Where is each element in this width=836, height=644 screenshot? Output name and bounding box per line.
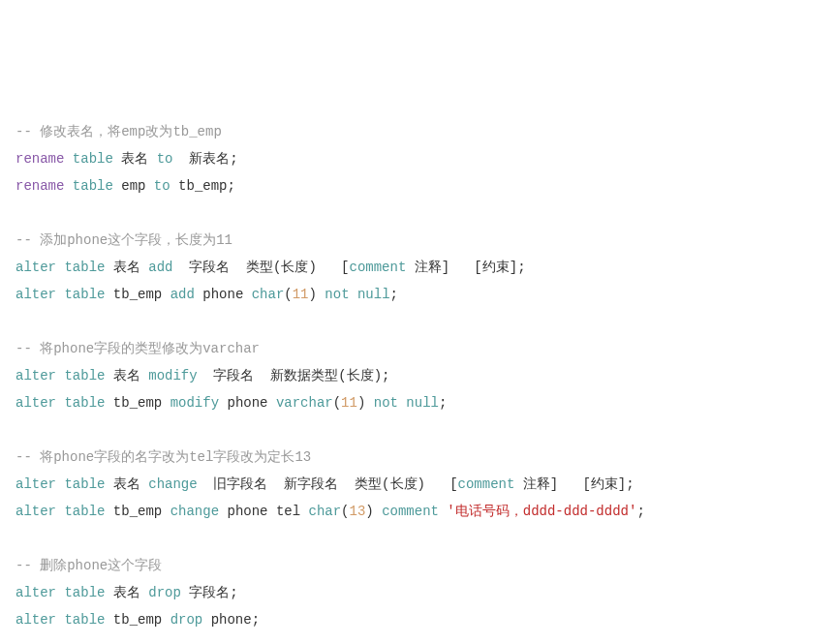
token-identifier: phone: [219, 395, 276, 411]
token-punct: [64, 151, 72, 167]
comment-text: -- 修改表名，将emp改为tb_emp: [15, 124, 222, 139]
token-keyword: null: [357, 287, 390, 302]
code-line: alter table tb_emp add phone char(11) no…: [15, 281, 821, 308]
token-identifier: 字段名 类型: [172, 260, 273, 275]
token-identifier: 注释: [406, 260, 441, 275]
token-number: 13: [350, 504, 366, 519]
token-identifier: emp: [113, 178, 154, 194]
token-identifier: 表名: [105, 585, 148, 600]
token-keyword: table: [64, 476, 105, 492]
token-bracket: [: [449, 476, 457, 492]
token-keyword: table: [73, 178, 113, 194]
token-identifier: tb_emp: [105, 612, 170, 628]
token-identifier: phone tel: [219, 504, 308, 519]
token-punct: [425, 476, 449, 492]
token-paren: (: [382, 476, 389, 492]
token-punct: ;: [439, 395, 447, 411]
token-keyword: table: [64, 260, 105, 275]
token-punct: [449, 260, 474, 275]
token-keyword: drop: [170, 612, 203, 628]
comment-text: -- 将phone字段的名字改为tel字段改为定长13: [15, 449, 311, 465]
token-identifier: 注释: [514, 476, 549, 492]
token-punct: ;: [517, 260, 525, 275]
code-line: alter table 表名 modify 字段名 新数据类型(长度);: [15, 362, 821, 389]
code-line: [15, 199, 821, 227]
token-punct: [64, 178, 72, 194]
code-line: alter table tb_emp modify phone varchar(…: [15, 389, 821, 416]
token-bracket: [: [474, 260, 481, 275]
token-keyword: comment: [350, 260, 407, 275]
token-identifier: 字段名: [181, 585, 230, 600]
token-keyword: not: [325, 287, 349, 302]
token-keyword-purple: rename: [15, 178, 64, 194]
comment-text: -- 删除phone这个字段: [15, 558, 162, 573]
code-line: alter table 表名 change 旧字段名 新字段名 类型(长度) […: [15, 471, 821, 498]
token-keyword: char: [252, 287, 285, 302]
token-keyword: comment: [458, 476, 515, 492]
token-keyword: table: [64, 287, 105, 302]
token-paren: ): [418, 476, 425, 492]
code-line: -- 将phone字段的名字改为tel字段改为定长13: [15, 444, 821, 471]
token-paren: (: [333, 395, 341, 411]
token-identifier: 表名: [113, 151, 157, 167]
token-punct: [558, 476, 582, 492]
token-punct: [317, 260, 341, 275]
token-keyword: varchar: [276, 395, 333, 411]
code-line: [15, 416, 821, 444]
token-keyword: table: [64, 395, 105, 411]
token-punct: ;: [636, 504, 644, 519]
token-identifier: 新表名: [172, 151, 230, 167]
token-identifier: phone: [202, 612, 251, 628]
token-identifier: 表名: [105, 476, 148, 492]
code-line: rename table 表名 to 新表名;: [15, 145, 821, 172]
token-bracket: [: [341, 260, 349, 275]
token-paren: (: [284, 287, 292, 302]
token-keyword: alter: [15, 287, 56, 302]
token-identifier: 约束: [591, 476, 618, 492]
token-keyword: alter: [15, 395, 56, 411]
token-punct: ;: [382, 368, 389, 383]
token-identifier: phone: [195, 287, 252, 302]
token-identifier: 长度: [347, 368, 374, 383]
token-identifier: 长度: [281, 260, 308, 275]
code-line: alter table tb_emp change phone tel char…: [15, 498, 821, 525]
code-block: -- 修改表名，将emp改为tb_emprename table 表名 to 新…: [15, 118, 821, 644]
token-keyword: modify: [170, 395, 219, 411]
code-line: -- 添加phone这个字段，长度为11: [15, 227, 821, 254]
comment-text: -- 添加phone这个字段，长度为11: [15, 232, 232, 248]
token-punct: ;: [390, 287, 398, 302]
token-keyword: alter: [15, 612, 56, 628]
token-keyword: alter: [15, 476, 56, 492]
token-keyword-purple: rename: [15, 151, 64, 167]
code-line: [15, 633, 821, 644]
token-keyword: null: [406, 395, 439, 411]
token-punct: [350, 287, 357, 302]
token-paren: ): [308, 260, 316, 275]
token-keyword: alter: [15, 504, 56, 519]
token-identifier: 字段名 新数据类型: [198, 368, 339, 383]
token-keyword: comment: [382, 504, 439, 519]
token-keyword: to: [154, 178, 170, 194]
token-keyword: table: [64, 368, 105, 383]
token-paren: ): [365, 504, 373, 519]
token-number: 11: [341, 395, 357, 411]
token-identifier: 约束: [482, 260, 510, 275]
token-keyword: modify: [148, 368, 197, 383]
token-keyword: alter: [15, 368, 56, 383]
token-punct: [365, 395, 373, 411]
token-keyword: change: [148, 476, 197, 492]
code-line: alter table 表名 drop 字段名;: [15, 579, 821, 606]
token-bracket: ]: [510, 260, 517, 275]
token-identifier: 表名: [105, 260, 148, 275]
token-keyword: drop: [148, 585, 181, 600]
token-punct: ;: [626, 476, 634, 492]
token-paren: (: [341, 504, 349, 519]
token-identifier: tb_emp: [105, 395, 170, 411]
token-string: '电话号码，dddd-ddd-dddd': [447, 504, 636, 519]
code-line: -- 删除phone这个字段: [15, 552, 821, 579]
token-punct: ;: [227, 178, 234, 194]
token-keyword: add: [170, 287, 195, 302]
token-keyword: table: [64, 612, 105, 628]
token-keyword: table: [64, 504, 105, 519]
token-bracket: ]: [550, 476, 558, 492]
